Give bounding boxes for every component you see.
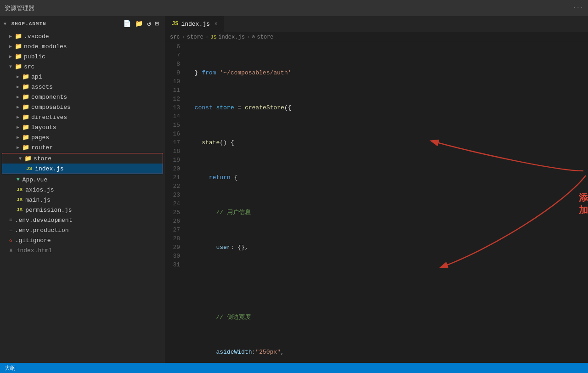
api-chevron: ▶ <box>17 74 19 79</box>
new-file-icon[interactable]: 📄 <box>123 20 131 28</box>
project-name: ▼ SHOP-ADMIN <box>4 21 46 27</box>
bc-symbol[interactable]: store <box>257 34 273 40</box>
sidebar-item-store[interactable]: ▼ 📁 store <box>2 153 163 164</box>
sidebar-item-pages[interactable]: ▶ 📁 pages <box>0 132 165 142</box>
sidebar-item-main-js[interactable]: JS main.js <box>0 195 165 205</box>
pages-folder-icon: 📁 <box>22 134 29 141</box>
gitignore-icon: ◇ <box>9 237 12 243</box>
code-line-8: state() { <box>187 138 588 147</box>
tab-index-js[interactable]: JS index.js × <box>165 16 224 32</box>
tab-label: index.js <box>181 21 209 28</box>
bc-js-icon: JS <box>210 34 216 40</box>
sidebar-item-index-html[interactable]: ∧ index.html <box>0 245 165 255</box>
sidebar-item-directives[interactable]: ▶ 📁 directives <box>0 112 165 122</box>
sidebar-item-env-dev[interactable]: ≡ .env.development <box>0 215 165 225</box>
code-line-13: // 侧边宽度 <box>187 313 588 322</box>
sidebar-item-src[interactable]: ▼ 📁 src <box>0 62 165 72</box>
vscode-folder-icon: 📁 <box>15 33 22 40</box>
code-line-12 <box>187 278 588 287</box>
code-line-11: user: {}, <box>187 243 588 252</box>
sidebar-item-composables[interactable]: ▶ 📁 composables <box>0 102 165 112</box>
sidebar-item-axios-js[interactable]: JS axios.js <box>0 185 165 195</box>
code-line-7: const store = createStore({ <box>187 103 588 112</box>
sidebar-item-index-js[interactable]: JS index.js <box>2 164 163 174</box>
env-prod-icon: ≡ <box>9 227 12 233</box>
src-chevron: ▼ <box>9 64 12 69</box>
sidebar-actions: 📄 📁 ↺ ⊟ <box>123 20 159 28</box>
project-header: ▼ SHOP-ADMIN 📄 📁 ↺ ⊟ <box>0 16 165 31</box>
line-numbers: 6 7 8 9 10 11 12 13 14 15 16 17 18 19 20… <box>165 42 184 363</box>
assets-folder-icon: 📁 <box>22 83 29 90</box>
directives-chevron: ▶ <box>17 114 19 120</box>
vscode-chevron: ▶ <box>9 34 12 39</box>
project-chevron[interactable]: ▼ <box>4 22 7 27</box>
tab-close-button[interactable]: × <box>215 21 218 27</box>
code-lines: } from '~/composables/auth' const store … <box>184 42 588 363</box>
tab-js-icon: JS <box>172 21 178 27</box>
code-line-14: asideWidth:"250px", <box>187 348 588 356</box>
axios-js-icon: JS <box>17 187 23 192</box>
index-js-icon: JS <box>26 166 32 171</box>
api-folder-icon: 📁 <box>22 73 29 80</box>
pages-chevron: ▶ <box>17 135 19 140</box>
public-chevron: ▶ <box>9 54 12 59</box>
permission-js-icon: JS <box>17 207 23 213</box>
layouts-chevron: ▶ <box>17 124 19 130</box>
router-folder-icon: 📁 <box>22 144 29 151</box>
sidebar-item-components[interactable]: ▶ 📁 components <box>0 92 165 102</box>
breadcrumb: src › store › JS index.js › ⊙ store <box>165 32 588 42</box>
editor-area: 6 7 8 9 10 11 12 13 14 15 16 17 18 19 20… <box>165 42 588 363</box>
sidebar-item-gitignore[interactable]: ◇ .gitignore <box>0 235 165 245</box>
code-line-6: } from '~/composables/auth' <box>187 68 588 77</box>
env-dev-icon: ≡ <box>9 217 12 223</box>
sidebar-item-api[interactable]: ▶ 📁 api <box>0 72 165 82</box>
directives-folder-icon: 📁 <box>22 113 29 121</box>
sidebar-item-node-modules[interactable]: ▶ 📁 node_modules <box>0 41 165 51</box>
sidebar-item-vscode[interactable]: ▶ 📁 .vscode <box>0 31 165 41</box>
components-chevron: ▶ <box>17 94 19 100</box>
sidebar-item-env-prod[interactable]: ≡ .env.production <box>0 225 165 235</box>
sidebar-item-assets[interactable]: ▶ 📁 assets <box>0 82 165 92</box>
components-folder-icon: 📁 <box>22 93 29 101</box>
tab-bar: JS index.js × <box>165 16 588 32</box>
refresh-icon[interactable]: ↺ <box>147 20 151 28</box>
bc-store[interactable]: store <box>187 34 204 40</box>
code-line-10: // 用户信息 <box>187 208 588 217</box>
sidebar-item-app-vue[interactable]: ▼ App.vue <box>0 175 165 185</box>
app-vue-icon: ▼ <box>17 177 20 182</box>
node-modules-chevron: ▶ <box>9 44 12 49</box>
collapse-icon[interactable]: ⊟ <box>155 20 159 28</box>
bottom-bar: 大纲 <box>0 363 588 373</box>
public-folder-icon: 📁 <box>15 53 22 60</box>
title-bar: 资源管理器 ··· <box>0 0 588 16</box>
node-modules-folder-icon: 📁 <box>15 43 22 50</box>
sidebar-item-router[interactable]: ▶ 📁 router <box>0 142 165 153</box>
src-folder-icon: 📁 <box>15 63 22 70</box>
sidebar-item-permission-js[interactable]: JS permission.js <box>0 205 165 215</box>
store-chevron: ▼ <box>19 156 22 161</box>
store-border-group: ▼ 📁 store JS index.js <box>2 153 163 174</box>
layouts-folder-icon: 📁 <box>22 124 29 131</box>
outline-label: 大纲 <box>5 364 16 372</box>
bc-file[interactable]: index.js <box>218 34 245 40</box>
bc-symbol-icon: ⊙ <box>252 34 255 40</box>
main-js-icon: JS <box>17 197 23 203</box>
composables-folder-icon: 📁 <box>22 103 29 111</box>
router-chevron: ▶ <box>17 145 19 150</box>
editor-panel: JS index.js × src › store › JS index.js … <box>165 16 588 363</box>
assets-chevron: ▶ <box>17 84 19 90</box>
composables-chevron: ▶ <box>17 104 19 110</box>
more-icon[interactable]: ··· <box>573 5 583 11</box>
bc-src[interactable]: src <box>170 34 180 40</box>
sidebar-title: 资源管理器 <box>5 4 34 12</box>
sidebar-item-public[interactable]: ▶ 📁 public <box>0 51 165 62</box>
code-container[interactable]: 6 7 8 9 10 11 12 13 14 15 16 17 18 19 20… <box>165 42 588 363</box>
sidebar-item-layouts[interactable]: ▶ 📁 layouts <box>0 122 165 132</box>
main-area: ▼ SHOP-ADMIN 📄 📁 ↺ ⊟ ▶ 📁 .vscode ▶ 📁 nod… <box>0 16 588 363</box>
sidebar: ▼ SHOP-ADMIN 📄 📁 ↺ ⊟ ▶ 📁 .vscode ▶ 📁 nod… <box>0 16 165 363</box>
code-line-9: return { <box>187 173 588 182</box>
new-folder-icon[interactable]: 📁 <box>135 20 143 28</box>
store-folder-icon: 📁 <box>24 155 32 162</box>
